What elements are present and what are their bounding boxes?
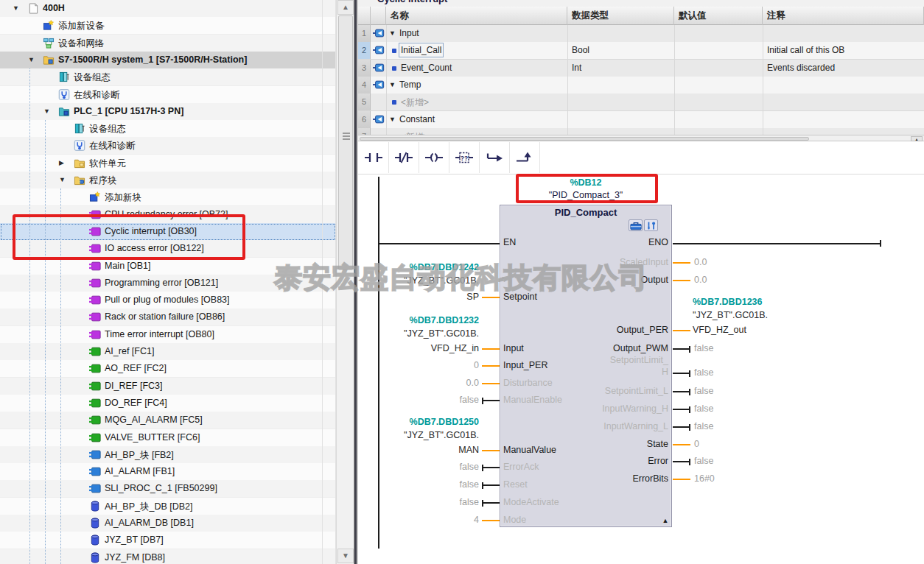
- column-header-3[interactable]: 注释: [763, 7, 924, 25]
- data-type-cell[interactable]: Int: [572, 63, 581, 73]
- data-type-cell[interactable]: Bool: [572, 45, 589, 55]
- scroll-down-icon[interactable]: ▼: [337, 549, 354, 563]
- table-row-7[interactable]: 7<新增>: [358, 128, 924, 135]
- operand-tag-output_per[interactable]: VFD_HZ_out: [693, 325, 746, 335]
- tree-item--[interactable]: 添加新设备: [0, 17, 336, 35]
- instance-db-address[interactable]: %DB12: [500, 177, 672, 188]
- group-collapse-icon[interactable]: ▼: [389, 29, 396, 37]
- pin-value-disturbance[interactable]: 0.0: [391, 378, 479, 388]
- add-new-row[interactable]: <新增>: [401, 96, 429, 109]
- table-hscrollbar[interactable]: ▲: [358, 135, 924, 141]
- pin-value-mode[interactable]: 4: [391, 515, 479, 525]
- group-collapse-icon[interactable]: ▼: [389, 116, 396, 123]
- table-row-4[interactable]: 4▼Temp: [358, 77, 924, 94]
- pin-value-setpointlimit_l[interactable]: false: [694, 386, 713, 396]
- insert-open-contact-button[interactable]: [359, 142, 389, 173]
- pin-value-reset[interactable]: false: [391, 479, 479, 490]
- operand-tag-setpoint[interactable]: SP: [332, 292, 479, 302]
- tree-item--[interactable]: 设备组态: [0, 68, 336, 86]
- tree-item-s7-1500r-h-system-1-s7-1500r-h-station-[interactable]: ▼S7-1500R/H system_1 [S7-1500R/H-Station…: [0, 52, 336, 69]
- table-row-6[interactable]: 6▼Constant: [358, 111, 924, 129]
- tree-item-ai-alarm-db-db1-[interactable]: AI_ALARM_DB [DB1]: [0, 515, 336, 532]
- tree-item-ai-alarm-fb1-[interactable]: AI_ALARM [FB1]: [0, 463, 336, 481]
- operand-address-manualvalue[interactable]: %DB7.DBD1250: [332, 417, 479, 427]
- collapse-arrow-icon[interactable]: ▼: [13, 4, 21, 12]
- collapse-arrow-icon[interactable]: ▼: [59, 176, 68, 183]
- pin-value-inputwarning_h[interactable]: false: [694, 403, 713, 414]
- table-row-1[interactable]: 1▼Input: [358, 25, 924, 43]
- expand-arrow-icon[interactable]: ▶: [59, 159, 68, 166]
- comment-cell[interactable]: Events discarded: [767, 63, 835, 73]
- pin-value-state[interactable]: 0: [694, 439, 699, 449]
- pin-value-input_per[interactable]: 0: [391, 360, 479, 370]
- tree-item-ah-bp-db-db2-[interactable]: AH_BP_块_DB [DB2]: [0, 498, 336, 515]
- tree-item--[interactable]: 设备和网络: [0, 35, 336, 52]
- operand-address-output_per[interactable]: %DB7.DBD1236: [693, 297, 762, 307]
- table-row-3[interactable]: 3Event_CountIntEvents discarded: [358, 60, 924, 77]
- tree-item-do-ref-fc4-[interactable]: DO_REF [FC4]: [0, 395, 336, 412]
- instance-db-name[interactable]: "PID_Compact_3": [500, 190, 672, 200]
- close-branch-button[interactable]: [510, 142, 540, 173]
- tree-item--[interactable]: 在线和诊断: [0, 86, 336, 104]
- block-collapse-icon[interactable]: ▲: [579, 517, 752, 524]
- variable-name[interactable]: Initial_Call: [401, 45, 441, 55]
- insert-empty-box-button[interactable]: ??: [449, 142, 480, 173]
- operand-path-manualvalue[interactable]: "JYZ_BT".GC01B.: [332, 430, 479, 440]
- collapse-arrow-icon[interactable]: ▼: [43, 107, 52, 115]
- group-collapse-icon[interactable]: ▼: [389, 81, 396, 88]
- column-header-0[interactable]: 名称: [386, 7, 567, 25]
- tree-item-jyz-fm-db8-[interactable]: JYZ_FM [DB8]: [0, 549, 336, 564]
- tree-item-ai-ref-fc1-[interactable]: AI_ref [FC1]: [0, 343, 336, 361]
- operand-path-output_per[interactable]: "JYZ_BT".GC01B.: [693, 310, 768, 320]
- table-row-2[interactable]: 2Initial_CallBoolInitial call of this OB: [358, 42, 924, 60]
- pin-value-errorack[interactable]: false: [391, 462, 479, 472]
- insert-coil-button[interactable]: [419, 142, 449, 173]
- operand-path-setpoint[interactable]: "JYZ_BT".GC01B.: [332, 275, 479, 286]
- tree-item--[interactable]: ▶软件单元: [0, 155, 336, 172]
- tree-item-sli-proc-c-1-fb50299-[interactable]: SLI_PROC_C_1 [FB50299]: [0, 480, 336, 498]
- tree-scrollbar-thumb[interactable]: [338, 15, 353, 270]
- comment-cell[interactable]: Initial call of this OB: [767, 45, 844, 55]
- open-configuration-button[interactable]: [629, 219, 643, 231]
- tree-item-ao-ref-fc2-[interactable]: AO_REF [FC2]: [0, 360, 336, 378]
- operand-address-input[interactable]: %DB7.DBD1232: [332, 315, 479, 325]
- tree-item-pull-or-plug-of-modules-ob83-[interactable]: Pull or plug of modules [OB83]: [0, 292, 336, 309]
- pin-value-scaledinput[interactable]: 0.0: [694, 257, 707, 267]
- tree-item-ah-bp-fb2-[interactable]: AH_BP_块 [FB2]: [0, 446, 336, 464]
- tree-item-400h[interactable]: ▼400H: [0, 0, 336, 18]
- open-commissioning-button[interactable]: [644, 219, 658, 231]
- tree-item--[interactable]: 添加新块: [0, 188, 336, 206]
- column-header-2[interactable]: 默认值: [674, 7, 763, 25]
- pin-value-modeactivate[interactable]: false: [391, 497, 479, 507]
- table-row-5[interactable]: 5<新增>: [358, 94, 924, 111]
- tree-item-rack-or-station-failure-ob86-[interactable]: Rack or station failure [OB86]: [0, 309, 336, 326]
- variable-name[interactable]: Event_Count: [401, 63, 452, 73]
- operand-tag-input[interactable]: VFD_HZ_in: [332, 343, 479, 353]
- pin-value-error[interactable]: false: [694, 456, 713, 466]
- pid-compact-block[interactable]: [500, 205, 672, 527]
- collapse-up-icon[interactable]: ▲: [911, 136, 923, 141]
- open-branch-button[interactable]: [480, 142, 510, 173]
- tree-item-jyz-bt-db7-[interactable]: JYZ_BT [DB7]: [0, 532, 336, 549]
- pin-value-setpointlimit_h[interactable]: false: [694, 367, 713, 378]
- tree-item-main-ob1-[interactable]: Main [OB1]: [0, 258, 336, 275]
- tree-item--[interactable]: ▼程序块: [0, 172, 336, 189]
- pin-value-output[interactable]: 0.0: [694, 275, 707, 285]
- tree-item-time-error-interrupt-ob80-[interactable]: Time error interrupt [OB80]: [0, 326, 336, 344]
- tree-item--[interactable]: 在线和诊断: [0, 137, 336, 155]
- tree-item-di-ref-fc3-[interactable]: DI_REF [FC3]: [0, 378, 336, 395]
- pin-value-inputwarning_l[interactable]: false: [694, 421, 713, 431]
- table-hscrollbar-thumb[interactable]: [360, 137, 809, 141]
- tree-item-cyclic-interrupt-ob30-[interactable]: Cyclic interrupt [OB30]: [0, 223, 336, 241]
- operand-address-setpoint[interactable]: %DB7.DBD1242: [332, 262, 479, 272]
- tree-item-io-access-error-ob122-[interactable]: IO access error [OB122]: [0, 240, 336, 258]
- column-header-1[interactable]: 数据类型: [567, 7, 674, 25]
- collapse-arrow-icon[interactable]: ▼: [28, 56, 37, 63]
- scroll-up-icon[interactable]: ▲: [337, 0, 354, 15]
- operand-tag-manualvalue[interactable]: MAN: [332, 445, 479, 455]
- pin-value-manualenable[interactable]: false: [391, 395, 479, 405]
- tree-item-mqg-ai-alarm-fc5-[interactable]: MQG_AI_ALARM [FC5]: [0, 412, 336, 429]
- pin-value-output_pwm[interactable]: false: [694, 343, 713, 353]
- tree-item-valve-butter-fc6-[interactable]: VALVE_BUTTER [FC6]: [0, 429, 336, 447]
- operand-path-input[interactable]: "JYZ_BT".GC01B.: [332, 328, 479, 339]
